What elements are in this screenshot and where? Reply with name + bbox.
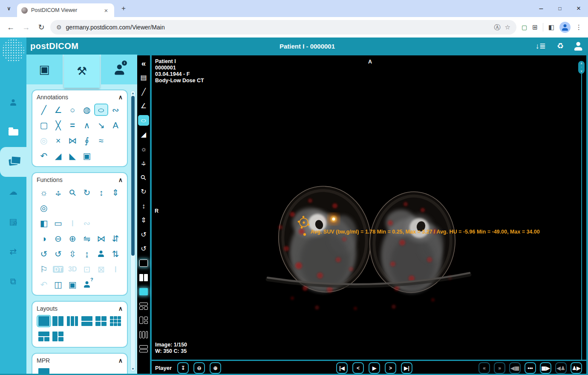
pan-tool[interactable]: ↔↕: [51, 186, 66, 199]
new-tab-button[interactable]: +: [118, 4, 129, 13]
sidebar-item-cloud-upload[interactable]: ☁↑: [0, 177, 26, 207]
layout-1x1[interactable]: [37, 315, 51, 327]
maximize-button[interactable]: □: [551, 0, 569, 17]
export-cine-button[interactable]: ↧: [177, 362, 189, 374]
arrow-tool[interactable]: ↘: [94, 119, 109, 131]
closed-freehand-tool[interactable]: ∮: [80, 134, 94, 147]
volume-3d-tool[interactable]: 3D: [65, 263, 80, 275]
next-patient-button[interactable]: ♟▶: [571, 362, 582, 374]
tab-patient-info[interactable]: i: [101, 55, 137, 84]
collapse-section-icon[interactable]: ∧: [118, 94, 123, 101]
angle-tool[interactable]: ∠: [138, 101, 149, 112]
profile-avatar[interactable]: [559, 22, 571, 33]
cross-ruler-tool[interactable]: ╳: [51, 119, 66, 131]
cine-adjust-tool[interactable]: ↺: [51, 248, 66, 260]
select-region-tool[interactable]: ▭: [51, 217, 66, 229]
region-window-level-tool[interactable]: ◧: [37, 217, 51, 229]
layout-left1-right2[interactable]: [51, 330, 66, 343]
close-button[interactable]: ×: [569, 0, 588, 17]
rotate-tool[interactable]: ↻: [80, 186, 94, 199]
angle-tool[interactable]: ∠: [51, 104, 66, 116]
layout-1x2-button[interactable]: [138, 272, 149, 283]
sort-stack-tool[interactable]: ⇕: [138, 215, 149, 226]
stack-scroll-pin[interactable]: ∧ · ∨: [578, 61, 585, 74]
freehand-tool[interactable]: ∾: [108, 104, 123, 116]
previous-layout-button[interactable]: ◀▦: [509, 362, 521, 374]
mpr-view-option[interactable]: [37, 367, 51, 375]
sidebar-item-share-monitor[interactable]: ⧉: [0, 266, 26, 296]
invert-tool[interactable]: ◑: [37, 232, 51, 245]
lock-image-button[interactable]: ▣: [65, 278, 80, 291]
previous-series-button[interactable]: «: [478, 362, 490, 374]
ruler-tool[interactable]: ╱: [138, 87, 149, 97]
tab-tools[interactable]: ⚒: [64, 55, 100, 88]
extensions-icon[interactable]: ⊞: [532, 23, 538, 31]
collapse-panel-button[interactable]: «: [138, 58, 149, 69]
layout-1x1-button[interactable]: [138, 258, 149, 268]
bookmark-star-icon[interactable]: ☆: [505, 23, 510, 31]
screenshot-icon[interactable]: ▢: [522, 24, 527, 31]
layout-left1-right2-button[interactable]: [138, 315, 149, 326]
panel-scrollbar-thumb[interactable]: [131, 96, 135, 256]
sort-stack-tool[interactable]: ⇕: [108, 186, 123, 199]
localizer-tool[interactable]: ◎: [37, 202, 51, 214]
polyline-tool[interactable]: ∧: [80, 119, 94, 131]
eraser-tool[interactable]: ◢: [138, 130, 149, 140]
tab-close-icon[interactable]: ×: [102, 7, 110, 14]
increase-speed-button[interactable]: ⊕: [210, 362, 221, 374]
translate-icon[interactable]: Ⓐ: [494, 23, 501, 32]
forward-button[interactable]: →: [20, 21, 32, 34]
shaded-ellipse-tool[interactable]: ◍: [80, 104, 94, 116]
freehand-roi-tool[interactable]: ∾: [80, 217, 94, 229]
sidebar-item-sync[interactable]: ⇄: [0, 237, 26, 266]
flip-page-tool[interactable]: ⇋: [80, 232, 94, 245]
ellipse-tool[interactable]: ○: [138, 115, 149, 126]
layout-top1-bottom2-button[interactable]: [138, 301, 149, 312]
expand-vertical-tool[interactable]: ⇳: [65, 248, 80, 260]
cine-loop-tool[interactable]: ↺: [138, 229, 149, 240]
ruler-tool[interactable]: ╱: [37, 104, 51, 116]
scroll-down-icon[interactable]: ▼: [131, 367, 135, 370]
side-panel-icon[interactable]: ◧: [548, 23, 554, 31]
circle-tool[interactable]: ○: [65, 104, 80, 116]
sidebar-item-worklist[interactable]: ▤⚲: [0, 207, 26, 237]
next-image-button[interactable]: >: [385, 362, 396, 374]
magnify-tool[interactable]: ⚲: [138, 172, 149, 183]
magnify-tool[interactable]: ⚲: [65, 186, 80, 199]
sidebar-item-patients[interactable]: [0, 87, 26, 117]
layout-1x3-button[interactable]: [138, 329, 149, 340]
scroll-stack-tool[interactable]: ↕: [138, 201, 149, 211]
url-input[interactable]: ⚙ germany.postdicom.com/Viewer/Main Ⓐ ☆: [50, 20, 516, 35]
ellipse-tool[interactable]: ○: [94, 104, 109, 116]
layout-2x1-button[interactable]: [138, 343, 149, 354]
collapse-section-icon[interactable]: ∧: [118, 176, 123, 183]
last-image-button[interactable]: ▶|: [401, 362, 412, 374]
trash-icon[interactable]: ♻: [557, 40, 564, 52]
scroll-up-icon[interactable]: ▲: [131, 92, 135, 95]
pan-tool[interactable]: ↔↕: [138, 158, 149, 169]
bone-removal-tool[interactable]: Ⅰ: [65, 217, 80, 229]
profile-icon[interactable]: [575, 40, 581, 52]
zoom-in-button[interactable]: ⊕: [65, 232, 80, 245]
sidebar-item-folders[interactable]: [0, 117, 26, 147]
handles-box-tool[interactable]: ⊡: [80, 263, 94, 275]
back-button[interactable]: ←: [4, 21, 17, 34]
previous-patient-button[interactable]: ◀♟: [555, 362, 567, 374]
spline-curve-tool[interactable]: ≈: [94, 134, 109, 147]
window-level-tool[interactable]: ☼: [138, 144, 149, 154]
browser-tab[interactable]: PostDICOM Viewer ×: [17, 3, 114, 17]
sidebar-item-images[interactable]: [0, 147, 26, 177]
reorder-stack-tool[interactable]: ⇅: [108, 248, 123, 260]
eraser-tool[interactable]: ◢: [51, 150, 66, 162]
cine-adjust-tool[interactable]: ↺: [138, 244, 149, 254]
flip-horizontal-tool[interactable]: ⋈: [94, 232, 109, 245]
layout-2x2[interactable]: [94, 315, 109, 327]
export-image-button[interactable]: ◫: [51, 278, 66, 291]
report-button[interactable]: ▤: [138, 72, 149, 83]
layout-1x3[interactable]: [65, 315, 80, 327]
tab-search-button[interactable]: ∨: [3, 3, 14, 14]
undo-function-button[interactable]: ↶: [37, 278, 51, 291]
first-image-button[interactable]: |◀: [336, 362, 348, 374]
undo-annotation-button[interactable]: ↶: [37, 150, 51, 162]
panel-scrollbar[interactable]: ▲ ▼: [130, 90, 135, 372]
